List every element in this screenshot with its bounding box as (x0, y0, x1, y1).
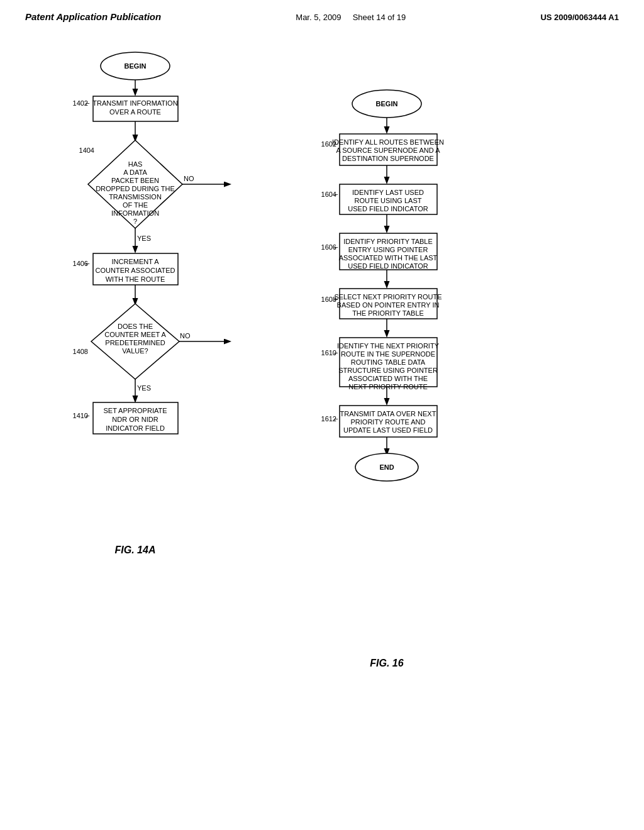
svg-text:TRANSMIT DATA OVER NEXT: TRANSMIT DATA OVER NEXT (340, 410, 436, 418)
svg-text:⌐: ⌐ (335, 191, 338, 198)
svg-text:VALUE?: VALUE? (122, 347, 148, 355)
fig16-svg: BEGIN 1602 ⌐ IDENTIFY ALL ROUTES BETWEEN… (283, 85, 491, 651)
svg-text:ROUTE IN THE SUPERNODE: ROUTE IN THE SUPERNODE (341, 350, 435, 358)
svg-text:1408: 1408 (73, 348, 88, 355)
svg-text:HAS: HAS (128, 160, 143, 168)
publication-date: Mar. 5, 2009 (296, 13, 341, 22)
svg-text:⌐: ⌐ (335, 349, 338, 357)
svg-text:PREDETERMINED: PREDETERMINED (105, 339, 165, 346)
svg-text:A SOURCE SUPERNODE AND A: A SOURCE SUPERNODE AND A (336, 147, 440, 154)
svg-text:COUNTER MEET A: COUNTER MEET A (104, 331, 166, 338)
svg-text:A DATA: A DATA (123, 169, 147, 176)
svg-text:WITH THE ROUTE: WITH THE ROUTE (106, 275, 165, 283)
svg-text:INCREMENT A: INCREMENT A (112, 258, 160, 265)
fig14a-label: FIG. 14A (38, 545, 233, 556)
svg-text:⌐: ⌐ (335, 243, 338, 251)
svg-text:⌐: ⌐ (86, 412, 90, 419)
svg-text:USED FIELD INDICATOR: USED FIELD INDICATOR (348, 205, 428, 213)
svg-text:IDENTIFY THE NEXT PRIORITY: IDENTIFY THE NEXT PRIORITY (337, 342, 440, 350)
svg-text:⌐: ⌐ (335, 415, 338, 423)
svg-text:IDENTIFY LAST USED: IDENTIFY LAST USED (352, 189, 424, 196)
svg-text:USED FIELD INDICATOR: USED FIELD INDICATOR (348, 262, 428, 270)
svg-text:TRANSMIT INFORMATION: TRANSMIT INFORMATION (92, 99, 177, 107)
svg-text:DOES THE: DOES THE (118, 323, 153, 330)
fig16-flowchart: BEGIN 1602 ⌐ IDENTIFY ALL ROUTES BETWEEN… (283, 85, 491, 669)
svg-text:INFORMATION: INFORMATION (111, 209, 159, 217)
patent-number: US 2009/0063444 A1 (540, 13, 619, 22)
svg-text:YES: YES (137, 235, 151, 242)
svg-text:ROUTE USING LAST: ROUTE USING LAST (355, 197, 422, 204)
svg-text:ASSOCIATED WITH THE: ASSOCIATED WITH THE (348, 375, 428, 382)
svg-text:OVER A ROUTE: OVER A ROUTE (109, 108, 161, 116)
svg-text:COUNTER ASSOCIATED: COUNTER ASSOCIATED (96, 267, 175, 274)
svg-text:NEXT PRIORITY ROUTE: NEXT PRIORITY ROUTE (348, 383, 428, 390)
svg-text:NO: NO (184, 175, 194, 182)
svg-text:ROUTING TABLE DATA: ROUTING TABLE DATA (351, 358, 426, 366)
svg-text:NDR OR NIDR: NDR OR NIDR (112, 416, 158, 423)
fig14a-svg: BEGIN 1402 ⌐ TRANSMIT INFORMATION OVER A… (38, 47, 233, 538)
publication-title: Patent Application Publication (25, 11, 161, 22)
svg-text:TRANSMISSION: TRANSMISSION (109, 193, 162, 201)
sheet-info: Sheet 14 of 19 (353, 13, 406, 22)
svg-text:INDICATOR FIELD: INDICATOR FIELD (106, 424, 165, 432)
svg-text:BEGIN: BEGIN (376, 100, 398, 108)
svg-text:BASED ON POINTER ENTRY IN: BASED ON POINTER ENTRY IN (337, 301, 440, 309)
fig16-label: FIG. 16 (283, 658, 491, 669)
svg-text:END: END (379, 463, 394, 471)
fig14a-flowchart: BEGIN 1402 ⌐ TRANSMIT INFORMATION OVER A… (38, 47, 233, 556)
svg-text:BEGIN: BEGIN (125, 62, 147, 70)
svg-text:IDENTIFY ALL ROUTES BETWEEN: IDENTIFY ALL ROUTES BETWEEN (332, 138, 444, 146)
svg-text:1404: 1404 (79, 147, 94, 154)
svg-text:⌐: ⌐ (86, 260, 90, 267)
svg-text:IDENTIFY PRIORITY TABLE: IDENTIFY PRIORITY TABLE (343, 238, 433, 245)
page-header: Patent Application Publication Mar. 5, 2… (0, 0, 644, 28)
svg-text:NO: NO (180, 332, 191, 340)
diagrams-container: BEGIN 1402 ⌐ TRANSMIT INFORMATION OVER A… (0, 28, 644, 669)
svg-text:STRUCTURE USING POINTER: STRUCTURE USING POINTER (338, 367, 438, 374)
svg-text:PRIORITY ROUTE AND: PRIORITY ROUTE AND (351, 418, 426, 426)
svg-text:YES: YES (137, 384, 151, 392)
publication-date-sheet: Mar. 5, 2009 Sheet 14 of 19 (296, 13, 406, 22)
svg-text:?: ? (133, 218, 137, 225)
svg-text:DROPPED DURING THE: DROPPED DURING THE (96, 185, 175, 192)
svg-text:UPDATE LAST USED FIELD: UPDATE LAST USED FIELD (343, 426, 433, 434)
svg-text:ENTRY USING POINTER: ENTRY USING POINTER (348, 246, 428, 253)
svg-text:ASSOCIATED WITH THE LAST: ASSOCIATED WITH THE LAST (339, 254, 438, 262)
svg-text:SET APPROPRIATE: SET APPROPRIATE (103, 407, 167, 414)
svg-text:⌐: ⌐ (86, 99, 90, 107)
svg-text:SELECT NEXT PRIORITY ROUTE: SELECT NEXT PRIORITY ROUTE (334, 293, 441, 301)
svg-text:THE PRIORITY TABLE: THE PRIORITY TABLE (352, 309, 424, 317)
svg-text:DESTINATION SUPERNODE: DESTINATION SUPERNODE (342, 155, 434, 162)
svg-text:OF THE: OF THE (123, 201, 148, 209)
svg-text:PACKET BEEN: PACKET BEEN (111, 177, 159, 184)
